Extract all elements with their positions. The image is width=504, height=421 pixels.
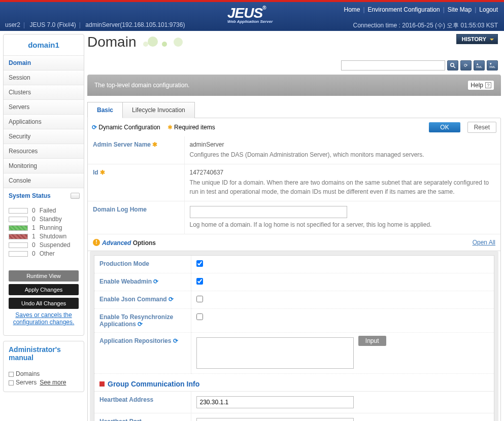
document-icon xyxy=(9,380,14,385)
sidebar-item-clusters[interactable]: Clusters xyxy=(4,85,84,99)
field-label: Production Mode xyxy=(94,256,191,273)
sidebar-item-servers[interactable]: Servers xyxy=(4,99,84,114)
field-description: Configures the DAS (Domain Administratio… xyxy=(190,150,496,159)
svg-line-1 xyxy=(454,66,455,68)
dynamic-icon: ⟳ xyxy=(173,337,178,344)
field-label: Enable To Resynchronize Applications ⟳ xyxy=(94,309,191,333)
link-env-config[interactable]: Environment Configuration xyxy=(368,6,440,13)
domain-log-home-input[interactable] xyxy=(190,206,347,218)
header-info: user2| JEUS 7.0 (Fix#4)| adminServer(192… xyxy=(5,21,185,28)
header: JEUS® Web Application Server Home| Envir… xyxy=(0,2,504,31)
status-row: 1Shutdown xyxy=(9,233,79,240)
status-row: 0Suspended xyxy=(9,241,79,249)
sidebar-item-security[interactable]: Security xyxy=(4,129,84,144)
field-label: Admin Server Name ✱ xyxy=(88,136,184,164)
field-label: Enable Json Command ⟳ xyxy=(94,291,191,309)
monitor-icon xyxy=(71,193,80,199)
sidebar-item-console[interactable]: Console xyxy=(4,173,84,188)
sidebar-item-applications[interactable]: Applications xyxy=(4,114,84,129)
sidebar-item-resources[interactable]: Resources xyxy=(4,144,84,158)
search-input[interactable] xyxy=(341,60,445,71)
status-row: 0Failed xyxy=(9,207,79,214)
field-description: Log home of a domain. If a log home is n… xyxy=(190,220,496,229)
xml-import-icon[interactable]: ▼XML xyxy=(487,60,498,71)
status-label: Failed xyxy=(40,207,56,214)
decorative-circles xyxy=(143,37,183,48)
required-icon: ✱ xyxy=(167,124,173,131)
field-label: Id ✱ xyxy=(88,164,184,201)
enable-webadmin-checkbox[interactable] xyxy=(196,278,203,285)
dynamic-icon: ⟳ xyxy=(169,296,174,303)
status-count: 1 xyxy=(32,233,36,240)
apply-changes-button[interactable]: Apply Changes xyxy=(9,284,79,295)
dynamic-icon: ⟳ xyxy=(153,278,158,285)
search-icon[interactable] xyxy=(447,60,458,71)
status-count: 0 xyxy=(32,216,36,223)
help-button[interactable]: Help? xyxy=(468,81,494,90)
ok-button[interactable]: OK xyxy=(429,122,460,132)
system-status-title: System Status xyxy=(4,188,84,202)
field-value: 1472740637 xyxy=(190,169,224,176)
field-label: Heartbeat Address xyxy=(94,392,191,413)
status-swatch xyxy=(9,251,28,257)
status-swatch xyxy=(9,234,28,239)
status-swatch xyxy=(9,225,28,231)
tab-basic[interactable]: Basic xyxy=(87,102,123,118)
description-banner: The top-level domain configuration. Help… xyxy=(87,75,501,96)
save-cancel-link[interactable]: Saves or cancels the configuration chang… xyxy=(9,311,79,326)
see-more-link[interactable]: See more xyxy=(40,379,66,386)
status-row: 0Standby xyxy=(9,216,79,223)
sidebar-item-session[interactable]: Session xyxy=(4,70,84,85)
reset-button[interactable]: Reset xyxy=(467,122,496,133)
connection-time: Connection time : 2016-05-25 (수) 오후 01:5… xyxy=(353,21,498,30)
status-label: Running xyxy=(40,224,62,231)
manual-servers[interactable]: ServersSee more xyxy=(9,379,79,386)
logo: JEUS® Web Application Server xyxy=(227,5,273,24)
help-icon: ? xyxy=(485,82,491,88)
field-description: The unique ID for a domain. When there a… xyxy=(190,178,496,196)
field-label: Enable Webadmin ⟳ xyxy=(94,273,191,291)
link-home[interactable]: Home xyxy=(344,6,360,13)
open-all-link[interactable]: Open All xyxy=(473,239,495,246)
link-sitemap[interactable]: Site Map xyxy=(448,6,472,13)
link-logout[interactable]: Logout xyxy=(479,6,498,13)
undo-changes-button[interactable]: Undo All Changes xyxy=(9,298,79,309)
required-icon: ✱ xyxy=(100,169,105,176)
status-count: 0 xyxy=(32,207,36,214)
status-label: Shutdown xyxy=(40,233,66,240)
sidebar-domain-title[interactable]: domain1 xyxy=(4,34,84,55)
enable-to-resynchronize-applications-checkbox[interactable] xyxy=(196,313,203,320)
status-label: Suspended xyxy=(40,241,71,249)
status-swatch xyxy=(9,217,28,222)
admin-manual-title: Administrator's manual xyxy=(4,341,84,365)
production-mode-checkbox[interactable] xyxy=(196,260,203,267)
tab-lifecycle[interactable]: Lifecycle Invocation xyxy=(122,102,195,118)
advanced-icon: ! xyxy=(93,239,100,246)
app-repositories-textarea[interactable] xyxy=(196,337,354,369)
status-swatch xyxy=(9,208,28,214)
enable-json-command-checkbox[interactable] xyxy=(196,296,203,302)
dynamic-icon: ⟳ xyxy=(92,124,97,131)
runtime-view-button[interactable]: Runtime View xyxy=(9,270,79,282)
dynamic-config-legend: ⟳ Dynamic Configuration xyxy=(92,124,160,131)
required-icon: ✱ xyxy=(152,141,157,148)
status-count: 0 xyxy=(32,250,36,257)
field-label: Application Repositories ⟳ xyxy=(94,333,191,374)
document-icon xyxy=(9,372,14,377)
xml-export-icon[interactable]: ▲XML xyxy=(474,60,485,71)
sidebar-item-monitoring[interactable]: Monitoring xyxy=(4,158,84,173)
manual-domains[interactable]: Domains xyxy=(9,370,79,377)
dynamic-icon: ⟳ xyxy=(138,321,143,328)
field-label: Heartbeat Port xyxy=(94,413,191,422)
history-button[interactable]: HISTORY xyxy=(456,34,498,44)
status-row: 1Running xyxy=(9,224,79,231)
advanced-title: Advanced Options xyxy=(102,238,156,247)
status-label: Other xyxy=(40,250,55,257)
group-comm-header: Group Communication Info xyxy=(94,374,494,392)
refresh-icon[interactable]: ⟳ xyxy=(460,60,472,71)
heartbeat-address-input[interactable] xyxy=(196,396,354,408)
input-button[interactable]: Input xyxy=(358,336,386,346)
svg-point-0 xyxy=(451,63,454,66)
heartbeat-port-input[interactable] xyxy=(196,418,354,421)
sidebar-item-domain[interactable]: Domain xyxy=(4,55,84,70)
